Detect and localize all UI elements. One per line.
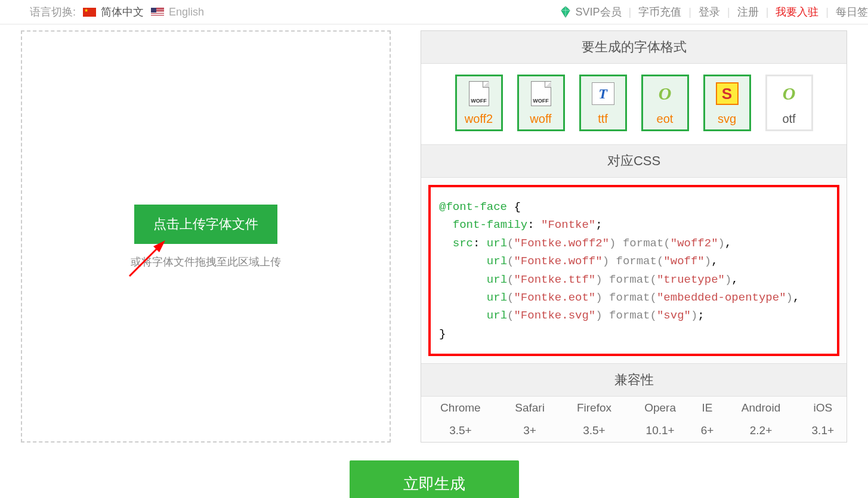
format-option-svg[interactable]: Ssvg [703, 75, 751, 131]
compat-version-cell: 10.1+ [629, 419, 692, 442]
svg-icon: S [716, 82, 739, 105]
format-option-otf[interactable]: Ootf [765, 75, 813, 131]
css-code-box: @font-face { font-family: "Fontke"; src:… [428, 185, 839, 356]
daily-checkin-link[interactable]: 每日签 [836, 5, 868, 19]
format-label: otf [782, 112, 795, 126]
output-panel: 要生成的字体格式 WOFFwoff2WOFFwoffTttfOeotSsvgOo… [421, 30, 847, 443]
compat-version-cell: 2.2+ [722, 419, 799, 442]
file-icon: WOFF [469, 81, 489, 106]
css-header: 对应CSS [421, 145, 847, 178]
format-label: ttf [598, 112, 608, 126]
compat-version-cell: 6+ [692, 419, 723, 442]
format-option-ttf[interactable]: Tttf [579, 75, 627, 131]
svip-label: SVIP会员 [576, 5, 622, 19]
annotation-arrow-icon [123, 234, 171, 282]
top-nav-bar: 语言切换: 简体中文 English SVIP会员 | 字币充值 | 登录 | … [0, 0, 868, 24]
compat-version-cell: 3.5+ [560, 419, 628, 442]
lang-english[interactable]: English [151, 6, 204, 18]
format-label: woff2 [465, 112, 493, 126]
language-switcher: 语言切换: 简体中文 English [0, 5, 204, 19]
compat-header: 兼容性 [421, 364, 847, 397]
top-nav-links: SVIP会员 | 字币充值 | 登录 | 注册 | 我要入驻 | 每日签 [559, 5, 868, 19]
join-link[interactable]: 我要入驻 [776, 5, 818, 19]
flag-cn-icon [83, 8, 96, 17]
format-grid: WOFFwoff2WOFFwoffTttfOeotSsvgOotf [421, 64, 847, 145]
ttf-icon: T [592, 82, 614, 105]
opentype-icon: O [654, 83, 676, 104]
compat-browser-cell: Opera [629, 397, 692, 419]
format-option-woff[interactable]: WOFFwoff [517, 75, 565, 131]
generate-button[interactable]: 立即生成 [350, 460, 519, 498]
compatibility-section: 兼容性 ChromeSafariFirefoxOperaIEAndroidiOS… [421, 363, 847, 442]
compat-version-cell: 3+ [500, 419, 560, 442]
formats-header: 要生成的字体格式 [421, 31, 847, 64]
recharge-link[interactable]: 字币充值 [638, 5, 681, 19]
compat-browser-cell: Firefox [560, 397, 628, 419]
compat-browser-cell: Chrome [421, 397, 500, 419]
compat-browser-cell: iOS [799, 397, 847, 419]
lang-english-label: English [169, 6, 204, 18]
compat-browser-cell: Safari [500, 397, 560, 419]
compat-version-cell: 3.1+ [799, 419, 847, 442]
compat-browser-cell: IE [692, 397, 723, 419]
flag-us-icon [151, 8, 164, 17]
compat-browser-cell: Android [722, 397, 799, 419]
format-label: woff [530, 112, 551, 126]
lang-chinese-label: 简体中文 [101, 5, 144, 19]
format-label: eot [657, 112, 674, 126]
file-icon: WOFF [531, 81, 551, 106]
opentype-icon: O [779, 83, 800, 104]
lang-chinese[interactable]: 简体中文 [83, 5, 144, 19]
format-label: svg [718, 112, 736, 126]
register-link[interactable]: 注册 [737, 5, 759, 19]
main-content: 点击上传字体文件 或将字体文件拖拽至此区域上传 要生成的字体格式 WOFFwof… [0, 24, 868, 443]
upload-dropzone[interactable]: 点击上传字体文件 或将字体文件拖拽至此区域上传 [21, 30, 391, 443]
format-option-eot[interactable]: Oeot [641, 75, 689, 131]
compat-table: ChromeSafariFirefoxOperaIEAndroidiOS 3.5… [421, 397, 847, 442]
svip-link[interactable]: SVIP会员 [559, 5, 622, 19]
format-option-woff2[interactable]: WOFFwoff2 [455, 75, 503, 131]
svip-diamond-icon [559, 5, 572, 18]
generate-bar: 立即生成 [0, 443, 868, 498]
language-label: 语言切换: [30, 5, 76, 19]
login-link[interactable]: 登录 [699, 5, 720, 19]
compat-version-cell: 3.5+ [421, 419, 500, 442]
